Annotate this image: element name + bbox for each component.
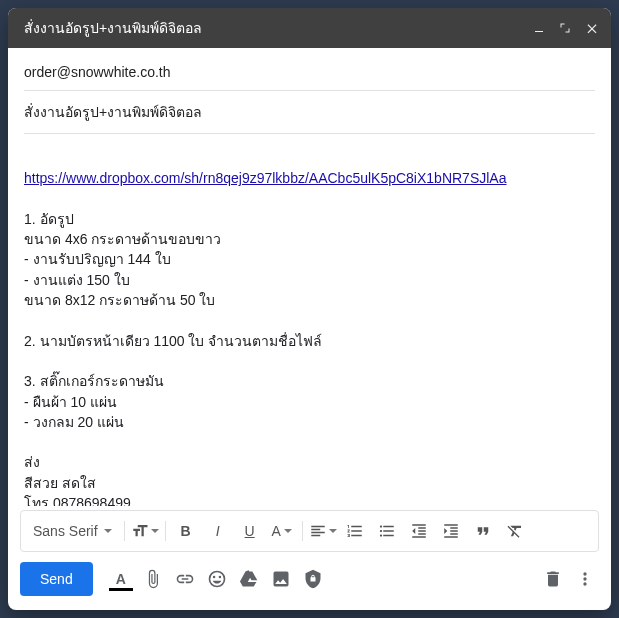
send-button[interactable]: Send	[20, 562, 93, 596]
fullscreen-icon[interactable]	[559, 22, 571, 34]
window-title: สั่งงานอัดรูป+งานพิมพ์ดิจิตอล	[24, 17, 533, 39]
compose-window: สั่งงานอัดรูป+งานพิมพ์ดิจิตอล order@snow…	[8, 8, 611, 610]
bold-button[interactable]: B	[172, 517, 200, 545]
format-toolbar: Sans Serif B I U A	[20, 510, 599, 552]
text-color-button[interactable]: A	[268, 517, 296, 545]
bulleted-list-button[interactable]	[373, 517, 401, 545]
body-line: 1. อัดรูป	[24, 209, 595, 229]
more-options-icon[interactable]	[571, 565, 599, 593]
underline-button[interactable]: U	[236, 517, 264, 545]
numbered-list-button[interactable]	[341, 517, 369, 545]
chevron-down-icon	[151, 529, 159, 533]
align-button[interactable]	[309, 517, 337, 545]
discard-draft-icon[interactable]	[539, 565, 567, 593]
chevron-down-icon	[284, 529, 292, 533]
remove-format-button[interactable]	[501, 517, 529, 545]
italic-button[interactable]: I	[204, 517, 232, 545]
window-controls	[533, 21, 599, 35]
body-line: สีสวย สดใส	[24, 473, 595, 493]
to-field[interactable]: order@snowwhite.co.th	[24, 54, 595, 91]
body-line: ขนาด 4x6 กระดาษด้านขอบขาว	[24, 229, 595, 249]
message-body[interactable]: https://www.dropbox.com/sh/rn8qej9z97lkb…	[8, 134, 611, 506]
body-line: ขนาด 8x12 กระดาษด้าน 50 ใบ	[24, 290, 595, 310]
body-line: - งานรับปริญญา 144 ใบ	[24, 249, 595, 269]
font-family-select[interactable]: Sans Serif	[29, 523, 118, 539]
dropbox-link[interactable]: https://www.dropbox.com/sh/rn8qej9z97lkb…	[24, 170, 506, 186]
close-icon[interactable]	[585, 21, 599, 35]
body-line: 2. นามบัตรหน้าเดียว 1100 ใบ จำนวนตามชื่อ…	[24, 331, 595, 351]
body-line: โทร 0878698499	[24, 493, 595, 506]
font-family-label: Sans Serif	[33, 523, 98, 539]
minimize-icon[interactable]	[533, 22, 545, 34]
body-line: - วงกลม 20 แผ่น	[24, 412, 595, 432]
confidential-mode-icon[interactable]	[299, 565, 327, 593]
quote-button[interactable]	[469, 517, 497, 545]
insert-link-icon[interactable]	[171, 565, 199, 593]
toolbar-divider	[124, 521, 125, 541]
formatting-options-button[interactable]: A	[107, 565, 135, 593]
attach-icon[interactable]	[139, 565, 167, 593]
indent-less-button[interactable]	[405, 517, 433, 545]
toolbar-divider	[302, 521, 303, 541]
titlebar: สั่งงานอัดรูป+งานพิมพ์ดิจิตอล	[8, 8, 611, 48]
indent-more-button[interactable]	[437, 517, 465, 545]
bottom-bar: Send A	[8, 552, 611, 610]
insert-photo-icon[interactable]	[267, 565, 295, 593]
svg-rect-0	[535, 31, 543, 32]
body-line: - ผืนผ้า 10 แผ่น	[24, 392, 595, 412]
toolbar-divider	[165, 521, 166, 541]
insert-drive-icon[interactable]	[235, 565, 263, 593]
font-size-button[interactable]	[131, 517, 159, 545]
body-line: ส่ง	[24, 452, 595, 472]
header-fields: order@snowwhite.co.th สั่งงานอัดรูป+งานพ…	[8, 48, 611, 134]
body-line: - งานแต่ง 150 ใบ	[24, 270, 595, 290]
insert-emoji-icon[interactable]	[203, 565, 231, 593]
body-line: 3. สติ๊กเกอร์กระดาษมัน	[24, 371, 595, 391]
chevron-down-icon	[104, 529, 112, 533]
chevron-down-icon	[329, 529, 337, 533]
subject-field[interactable]: สั่งงานอัดรูป+งานพิมพ์ดิจิตอล	[24, 91, 595, 134]
